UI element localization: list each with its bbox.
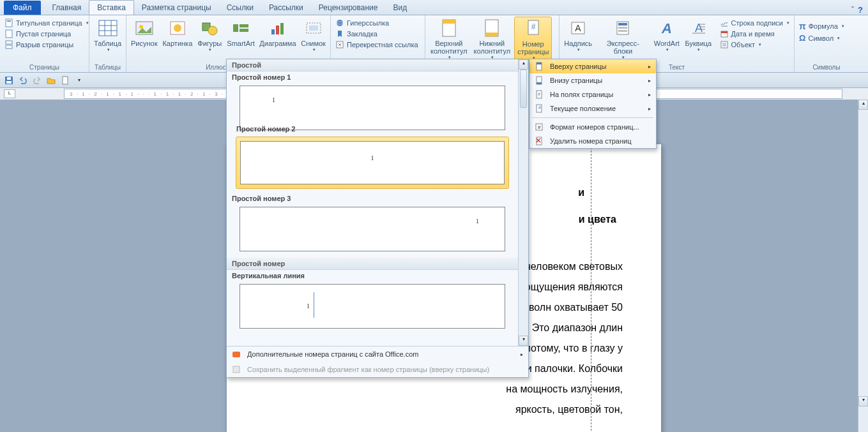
textbox-button[interactable]: A Надпись▾ <box>562 17 594 54</box>
preview-number: 1 <box>371 154 374 161</box>
menu-format-page-numbers[interactable]: # Формат номеров страниц... <box>529 120 656 134</box>
menu-current-position[interactable]: # Текущее положение ▸ <box>529 101 656 115</box>
quickparts-icon <box>613 18 633 38</box>
cover-page-button[interactable]: Титульная страница▾ <box>3 18 91 28</box>
gallery-item-vertical-line[interactable]: 1 <box>240 284 505 329</box>
tab-page-layout[interactable]: Разметка страницы <box>134 1 219 15</box>
crossref-button[interactable]: Перекрестная ссылка <box>333 40 420 50</box>
redo-icon[interactable] <box>32 75 42 86</box>
menu-top-of-page[interactable]: Вверху страницы ▸ <box>529 59 656 73</box>
wordart-button[interactable]: A WordArt▾ <box>651 17 681 54</box>
gallery-item-label: Простой номер 1 <box>227 71 518 83</box>
format-icon: # <box>535 123 545 131</box>
svg-rect-2 <box>6 30 12 38</box>
dropcap-icon: A <box>688 18 708 38</box>
wordart-icon: A <box>657 18 677 38</box>
calendar-icon <box>720 29 729 38</box>
tab-insert[interactable]: Вставка <box>89 0 134 15</box>
ruler-corner[interactable]: L <box>4 89 15 98</box>
screenshot-icon <box>303 18 324 38</box>
gallery-category-simple: Простой <box>227 59 518 71</box>
tab-review[interactable]: Рецензирование <box>311 1 386 15</box>
svg-rect-51 <box>6 81 11 84</box>
doc-text-line: яркость, цветовой тон, <box>515 404 623 415</box>
svg-rect-3 <box>6 41 12 44</box>
current-position-icon: # <box>535 104 545 113</box>
tab-home[interactable]: Главная <box>45 1 89 15</box>
page-number-button[interactable]: # Номер страницы▾ <box>514 17 552 63</box>
menu-page-margins[interactable]: # На полях страницы ▸ <box>529 87 656 101</box>
undo-icon[interactable] <box>18 75 28 86</box>
svg-rect-5 <box>99 20 117 36</box>
doc-text-line: ки и палочки. Колбочки <box>513 363 623 374</box>
screenshot-button[interactable]: Снимок▾ <box>299 17 328 54</box>
svg-point-11 <box>139 25 143 29</box>
preview-number: 1 <box>272 96 275 103</box>
shapes-button[interactable]: Фигуры▾ <box>195 17 224 54</box>
svg-rect-28 <box>443 20 455 24</box>
page-number-menu: Вверху страницы ▸ Внизу страницы ▸ # На … <box>529 59 657 149</box>
picture-button[interactable]: Рисунок <box>129 17 160 48</box>
tab-references[interactable]: Ссылки <box>219 1 261 15</box>
symbol-button[interactable]: Ω Символ▾ <box>797 33 846 43</box>
blank-page-button[interactable]: Пустая страница <box>3 29 91 39</box>
svg-point-13 <box>174 24 181 32</box>
doc-text-line: ощущения являются <box>525 281 623 292</box>
scrollbar-thumb[interactable] <box>520 70 527 108</box>
chart-button[interactable]: Диаграмма <box>258 17 298 48</box>
svg-rect-47 <box>721 31 727 33</box>
menu-remove-page-numbers[interactable]: Удалить номера страниц <box>529 134 656 148</box>
gallery-item-simple-3[interactable]: 1 <box>240 207 505 251</box>
open-icon[interactable] <box>46 75 56 86</box>
table-button[interactable]: Таблица▾ <box>92 17 123 54</box>
equation-button[interactable]: π Формула▾ <box>797 20 846 32</box>
qat-customize-icon[interactable]: ▾ <box>74 75 84 86</box>
scroll-up-button[interactable]: ▴ <box>519 59 528 70</box>
object-button[interactable]: Объект▾ <box>718 40 791 50</box>
svg-rect-49 <box>722 43 726 47</box>
tab-mailings[interactable]: Рассылки <box>261 1 311 15</box>
menubar: Файл Главная Вставка Разметка страницы С… <box>0 0 868 15</box>
svg-rect-30 <box>485 33 498 36</box>
tab-view[interactable]: Вид <box>385 1 415 15</box>
crossref-icon <box>335 40 344 49</box>
quickparts-button[interactable]: Экспресс-блоки▾ <box>595 17 650 61</box>
svg-rect-0 <box>6 19 12 27</box>
datetime-button[interactable]: Дата и время <box>718 29 791 39</box>
page-break-icon <box>4 40 13 49</box>
page-number-gallery: ▴ ▾ Простой Простой номер 1 1 Простой но… <box>226 59 529 378</box>
minimize-ribbon-icon[interactable]: ˆ <box>851 6 854 15</box>
svg-rect-17 <box>240 24 248 27</box>
file-tab[interactable]: Файл <box>4 1 41 15</box>
dropcap-button[interactable]: A Буквица▾ <box>683 17 713 54</box>
textbox-icon: A <box>568 18 588 38</box>
new-doc-icon[interactable] <box>60 75 70 86</box>
svg-text:#: # <box>538 92 540 96</box>
gallery-item-simple-2[interactable]: Простой номер 2 1 <box>236 137 509 189</box>
smartart-button[interactable]: SmartArt <box>225 17 256 48</box>
hyperlink-button[interactable]: Гиперссылка <box>333 18 420 28</box>
help-icon[interactable]: ? <box>858 5 863 15</box>
footer-button[interactable]: Нижний колонтитул▾ <box>471 17 514 61</box>
bookmark-icon <box>335 29 344 38</box>
office-icon <box>232 350 242 359</box>
menu-bottom-of-page[interactable]: Внизу страницы ▸ <box>529 73 656 87</box>
scroll-down-button[interactable]: ▾ <box>519 336 528 346</box>
svg-rect-37 <box>618 27 627 29</box>
header-button[interactable]: Верхний колонтитул▾ <box>428 17 470 61</box>
svg-rect-53 <box>63 77 68 84</box>
object-icon <box>720 40 729 49</box>
svg-point-15 <box>208 26 217 35</box>
page-break-button[interactable]: Разрыв страницы <box>3 40 91 50</box>
svg-rect-36 <box>618 23 627 26</box>
signature-line-button[interactable]: Строка подписи▾ <box>718 18 791 28</box>
clipart-button[interactable]: Картинка <box>161 17 195 48</box>
gallery-more-office[interactable]: Дополнительные номера страниц с сайта Of… <box>227 346 528 362</box>
gallery-scrollbar[interactable]: ▴ ▾ <box>518 59 528 346</box>
save-icon[interactable] <box>4 75 14 86</box>
preview-number: 1 <box>476 218 479 225</box>
doc-heading-letter: и <box>578 187 584 198</box>
picture-icon <box>134 18 155 38</box>
bookmark-button[interactable]: Закладка <box>333 29 420 39</box>
vertical-scrollbar[interactable]: ▴ ▾ <box>858 100 868 432</box>
